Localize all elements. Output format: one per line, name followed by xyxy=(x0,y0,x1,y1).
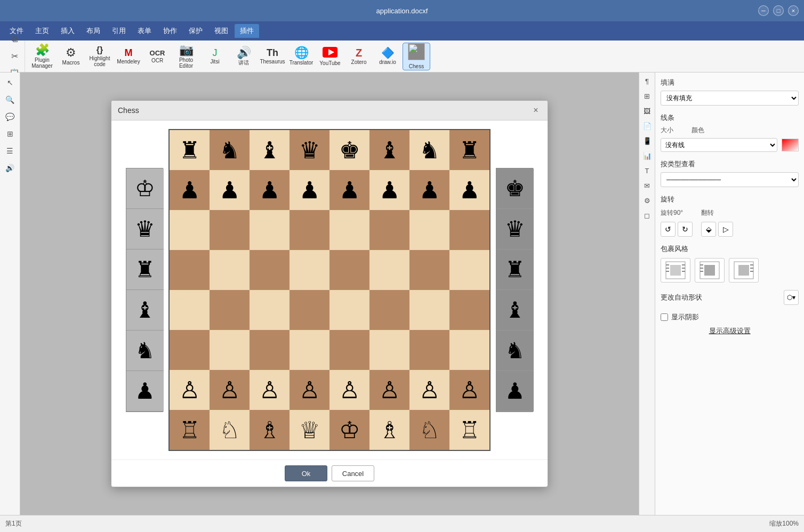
paragraph-icon[interactable]: ¶ xyxy=(641,75,654,87)
text-icon[interactable]: T xyxy=(641,164,654,177)
chess-cell[interactable]: ♙ xyxy=(290,370,329,410)
close-button[interactable]: × xyxy=(788,5,799,16)
ocr-button[interactable]: OCR OCR xyxy=(143,43,171,70)
chess-cell[interactable]: ♟ xyxy=(369,170,409,210)
line-size-select[interactable]: 没有线 xyxy=(661,138,777,152)
mendeley-button[interactable]: M Mendeley xyxy=(115,43,142,70)
copy-button[interactable]: ⧉ xyxy=(6,31,22,47)
chess-cell[interactable]: ♜ xyxy=(449,130,489,170)
sidebar-speaker-tool[interactable]: 🔊 xyxy=(2,160,18,176)
sidebar-search-tool[interactable]: 🔍 xyxy=(2,92,18,108)
chess-cell[interactable] xyxy=(369,330,409,370)
chess-cell[interactable]: ♝ xyxy=(369,130,409,170)
chess-cell[interactable]: ♙ xyxy=(210,370,250,410)
chess-cell[interactable]: ♗ xyxy=(250,410,290,450)
chess-cell[interactable] xyxy=(170,250,210,290)
chess-cell[interactable] xyxy=(329,330,369,370)
minimize-button[interactable]: ─ xyxy=(758,5,769,16)
chess-cell[interactable] xyxy=(210,330,250,370)
chess-cell[interactable]: ♙ xyxy=(170,370,210,410)
photo-editor-button[interactable]: 📷 Photo Editor xyxy=(172,43,200,70)
chess-cell[interactable]: ♗ xyxy=(369,410,409,450)
chess-cell[interactable] xyxy=(449,290,489,330)
chess-cell[interactable] xyxy=(369,290,409,330)
sidebar-comment-tool[interactable]: 💬 xyxy=(2,109,18,125)
rotate-ccw-button[interactable]: ↺ xyxy=(661,222,676,237)
settings-icon[interactable]: ⚙ xyxy=(641,194,654,207)
chess-cell[interactable] xyxy=(369,250,409,290)
menu-collab[interactable]: 协作 xyxy=(158,24,182,38)
chess-cell[interactable]: ♕ xyxy=(290,410,329,450)
sidebar-table-tool[interactable]: ⊞ xyxy=(2,126,18,142)
menu-layout[interactable]: 布局 xyxy=(81,24,106,38)
menu-view[interactable]: 视图 xyxy=(209,24,234,38)
menu-protect[interactable]: 保护 xyxy=(183,24,208,38)
chess-cell[interactable]: ♙ xyxy=(329,370,369,410)
sidebar-select-tool[interactable]: ↖ xyxy=(2,75,18,91)
plugin-manager-button[interactable]: 🧩 Plugin Manager xyxy=(28,43,56,70)
shadow-checkbox[interactable] xyxy=(661,313,668,321)
menu-plugin[interactable]: 插件 xyxy=(235,24,259,38)
sidebar-list-tool[interactable]: ☰ xyxy=(2,143,18,159)
thesaurus-button[interactable]: Th Thesaurus xyxy=(259,43,286,70)
chess-cell[interactable]: ♟ xyxy=(329,170,369,210)
translator-button[interactable]: 🌐 Translator xyxy=(287,43,315,70)
chess-cell[interactable]: ♖ xyxy=(170,410,210,450)
chess-cell[interactable]: ♙ xyxy=(449,370,489,410)
chess-cell[interactable] xyxy=(449,210,489,250)
cut-button[interactable]: ✂ xyxy=(6,49,22,65)
chess-cell[interactable] xyxy=(170,210,210,250)
chess-cell[interactable]: ♙ xyxy=(250,370,290,410)
chess-cell[interactable] xyxy=(170,330,210,370)
chess-cell[interactable]: ♖ xyxy=(449,410,489,450)
shape-icon[interactable]: ◻ xyxy=(641,209,654,222)
menu-home[interactable]: 主页 xyxy=(30,24,54,38)
chess-cell[interactable] xyxy=(409,250,449,290)
maximize-button[interactable]: □ xyxy=(773,5,784,16)
chess-cell[interactable] xyxy=(170,290,210,330)
chess-cell[interactable] xyxy=(409,290,449,330)
menu-ref[interactable]: 引用 xyxy=(107,24,131,38)
email-icon[interactable]: ✉ xyxy=(641,179,654,192)
line-color-picker[interactable] xyxy=(782,139,799,151)
chess-cell[interactable] xyxy=(290,290,329,330)
chess-button[interactable]: Chess xyxy=(403,43,430,70)
jitsi-button[interactable]: J Jitsi xyxy=(201,43,229,70)
chess-cell[interactable]: ♟ xyxy=(250,170,290,210)
type-select[interactable]: ──────────── xyxy=(661,172,799,187)
phone-icon[interactable]: 📱 xyxy=(641,134,654,147)
highlight-code-button[interactable]: {} Highlight code xyxy=(86,43,114,70)
chess-cell[interactable] xyxy=(210,290,250,330)
table-icon[interactable]: ⊞ xyxy=(641,90,654,102)
wrap-option-2[interactable] xyxy=(695,258,725,283)
chess-cell[interactable] xyxy=(290,250,329,290)
chess-cell[interactable]: ♚ xyxy=(329,130,369,170)
zotero-button[interactable]: Z Zotero xyxy=(345,43,373,70)
macros-button[interactable]: ⚙ Macros xyxy=(57,43,85,70)
chess-cell[interactable]: ♙ xyxy=(409,370,449,410)
chess-cell[interactable]: ♘ xyxy=(210,410,250,450)
adv-settings-link[interactable]: 显示高级设置 xyxy=(661,326,799,336)
chess-cell[interactable] xyxy=(329,210,369,250)
chess-cell[interactable]: ♞ xyxy=(409,130,449,170)
chess-cell[interactable] xyxy=(210,210,250,250)
modal-close-button[interactable]: × xyxy=(530,105,541,116)
chess-cell[interactable]: ♟ xyxy=(290,170,329,210)
chess-cell[interactable] xyxy=(409,330,449,370)
chess-cell[interactable]: ♝ xyxy=(250,130,290,170)
menu-insert[interactable]: 插入 xyxy=(55,24,80,38)
talk-button[interactable]: 🔊 讲话 xyxy=(230,43,258,70)
wrap-option-1[interactable] xyxy=(661,258,690,283)
fill-select[interactable]: 没有填充 xyxy=(661,91,799,106)
flip-h-button[interactable]: ⬙ xyxy=(701,222,716,237)
chess-cell[interactable] xyxy=(210,250,250,290)
chess-cell[interactable] xyxy=(250,330,290,370)
image-icon[interactable]: 🖼 xyxy=(641,104,654,117)
chess-cell[interactable]: ♙ xyxy=(369,370,409,410)
drawio-button[interactable]: 🔷 draw.io xyxy=(374,43,401,70)
chess-cell[interactable]: ♟ xyxy=(449,170,489,210)
window-controls[interactable]: ─ □ × xyxy=(758,5,799,16)
rotate-cw-button[interactable]: ↻ xyxy=(678,222,693,237)
chess-cell[interactable]: ♘ xyxy=(409,410,449,450)
chess-cell[interactable]: ♜ xyxy=(170,130,210,170)
